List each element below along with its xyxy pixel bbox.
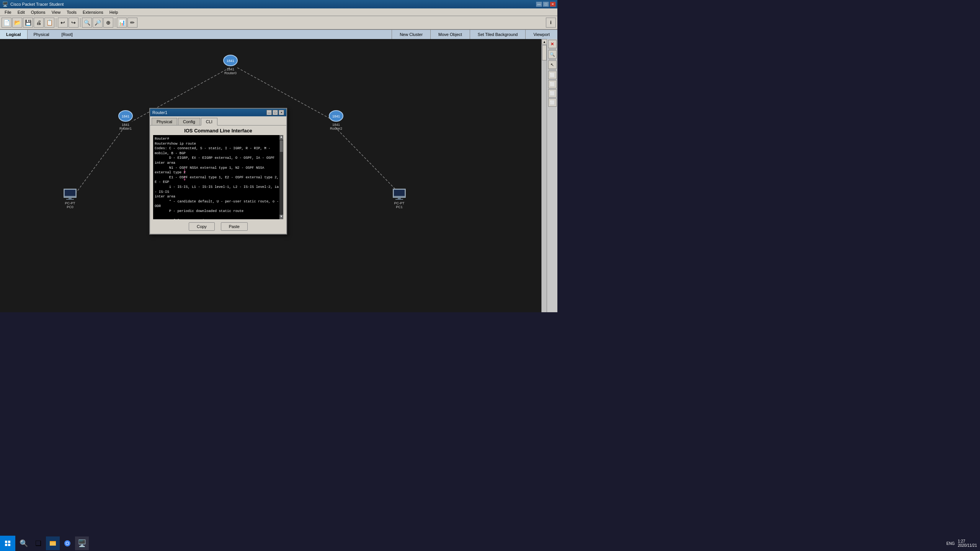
device-router0[interactable]: 1841 1841 Router0 [223,54,238,75]
cli-scrollbar[interactable]: ▲ ▼ [279,135,283,219]
mode-logical-btn[interactable]: Logical [0,30,28,39]
toolbar-custom2[interactable]: ✏ [127,18,137,28]
router0-label: 1841 Router0 [224,67,237,75]
right-scrollbar[interactable]: ▲ ▼ [541,39,547,312]
router2-icon: 1841 [328,110,344,122]
router-modal-maximize[interactable]: □ [273,110,278,115]
svg-line-2 [77,127,124,192]
cli-scroll-down[interactable]: ▼ [279,215,283,219]
cli-scroll-up[interactable]: ▲ [279,135,283,140]
svg-rect-15 [398,197,401,199]
cli-line-7: i - IS-IS, L1 - IS-IS level-1, L2 - IS-I… [155,185,282,194]
device-router2[interactable]: 1841 1841 Router2 [328,110,344,130]
device-pc1[interactable]: PC-PT PC1 [392,188,407,209]
toolbar-separator-3 [115,18,115,27]
pc0-label: PC-PT PC0 [65,201,75,209]
move-object-btn[interactable]: Move Object [430,30,470,39]
set-tiled-bg-btn[interactable]: Set Tiled Background [470,30,526,39]
menu-options[interactable]: Options [28,9,49,15]
pc1-label: PC-PT PC1 [394,201,405,209]
app-title: Cisco Packet Tracer Student [10,2,64,7]
toolbar-zoom-out[interactable]: 🔎 [93,18,103,28]
mode-bar: Logical Physical [Root] New Cluster Move… [0,30,557,39]
router-modal-title-text: Router1 [152,110,266,115]
svg-rect-16 [395,199,403,200]
toolbar-zoom-reset[interactable]: ⊕ [103,18,113,28]
cli-line-12: Gateway of last resort is not set [155,218,282,219]
panel-btn-1[interactable]: ⬜ [548,71,557,79]
menu-help[interactable]: Help [106,9,121,15]
device-pc0[interactable]: PC-PT PC0 [62,188,78,209]
panel-btn-3[interactable]: ⬜ [548,89,557,98]
viewport-btn[interactable]: Viewport [525,30,557,39]
minimize-button[interactable]: — [536,2,542,7]
toolbar-open[interactable]: 📂 [12,18,22,28]
cli-line-9: * - candidate default, U - per-user stat… [155,199,282,209]
mode-physical-btn[interactable]: Physical [28,30,56,39]
new-cluster-btn[interactable]: New Cluster [392,30,430,39]
canvas[interactable]: 1841 1841 Router0 1841 1841 Router1 [0,39,547,312]
panel-sep-2 [549,59,556,60]
scroll-up-arrow[interactable]: ▲ [542,39,547,44]
toolbar-custom1[interactable]: 📊 [117,18,127,28]
window-controls: — □ ✕ [536,2,556,7]
toolbar-redo[interactable]: ↪ [69,18,78,28]
cli-scroll-thumb[interactable] [280,140,283,152]
panel-btn-2[interactable]: ⬜ [548,80,557,88]
cli-line-2: Router#show ip route [155,142,282,147]
panel-btn-pointer[interactable]: ↖ [548,60,557,69]
cli-line-5: N1 - OSPF NSSA external type 1, N2 - OSP… [155,166,282,175]
mode-actions: New Cluster Move Object Set Tiled Backgr… [392,30,557,39]
cli-line-11 [155,214,282,219]
cli-line-10: P - periodic downloaded static route [155,209,282,214]
close-button[interactable]: ✕ [550,2,556,7]
router-modal-close[interactable]: ✕ [279,110,284,115]
router-modal-minimize[interactable]: — [266,110,272,115]
toolbar-save[interactable]: 💾 [23,18,33,28]
tab-cli[interactable]: CLI [201,118,217,126]
toolbar-undo[interactable]: ↩ [58,18,68,28]
panel-sep-1 [549,49,556,49]
menu-view[interactable]: View [49,9,64,15]
maximize-button[interactable]: □ [543,2,549,7]
toolbar: 📄 📂 💾 🖨 📋 ↩ ↪ 🔍 🔎 ⊕ 📊 ✏ i [0,16,557,30]
menu-tools[interactable]: Tools [64,9,80,15]
cli-line-1: Router# [155,137,282,142]
toolbar-zoom-in[interactable]: 🔍 [82,18,92,28]
menu-edit[interactable]: Edit [15,9,28,15]
menu-extensions[interactable]: Extensions [80,9,106,15]
panel-btn-4[interactable]: ⬜ [548,98,557,107]
breadcrumb: [Root] [55,30,78,39]
tab-config[interactable]: Config [178,118,200,125]
svg-text:1841: 1841 [122,114,129,118]
menu-file[interactable]: File [2,9,15,15]
router1-icon: 1841 [118,110,133,122]
cli-line-6: E1 - OSPF external type 1, E2 - OSPF ext… [155,175,282,185]
router0-icon: 1841 [223,54,238,67]
toolbar-separator-2 [80,18,80,27]
svg-text:1841: 1841 [227,59,234,63]
tab-physical[interactable]: Physical [152,118,177,125]
right-panel: ✕ 🔍 ↖ ⬜ ⬜ ⬜ ⬜ [547,39,557,312]
cli-title: IOS Command Line Interface [150,126,286,135]
copy-button[interactable]: Copy [189,222,215,231]
pc0-icon [62,188,78,201]
toolbar-activity[interactable]: 📋 [44,18,54,28]
cli-terminal[interactable]: Router# Router#show ip route Codes: C - … [153,135,283,219]
panel-btn-search[interactable]: 🔍 [548,50,557,59]
router1-label: 1841 Router1 [119,123,132,130]
router2-label: 1841 Router2 [330,123,342,130]
cli-buttons: Copy Paste [150,219,286,234]
panel-btn-x[interactable]: ✕ [548,40,557,48]
scroll-thumb[interactable] [542,45,547,60]
title-bar: 🖥️ Cisco Packet Tracer Student — □ ✕ [0,0,557,8]
router-modal: Router1 — □ ✕ Physical Config CLI IOS Co… [149,108,287,235]
svg-line-3 [335,127,398,192]
toolbar-new[interactable]: 📄 [2,18,11,28]
toolbar-print[interactable]: 🖨 [34,18,44,28]
panel-sep-3 [549,70,556,70]
router-tabs: Physical Config CLI [150,116,286,126]
toolbar-info[interactable]: i [546,18,556,28]
device-router1[interactable]: 1841 1841 Router1 [118,110,133,130]
paste-button[interactable]: Paste [221,222,248,231]
